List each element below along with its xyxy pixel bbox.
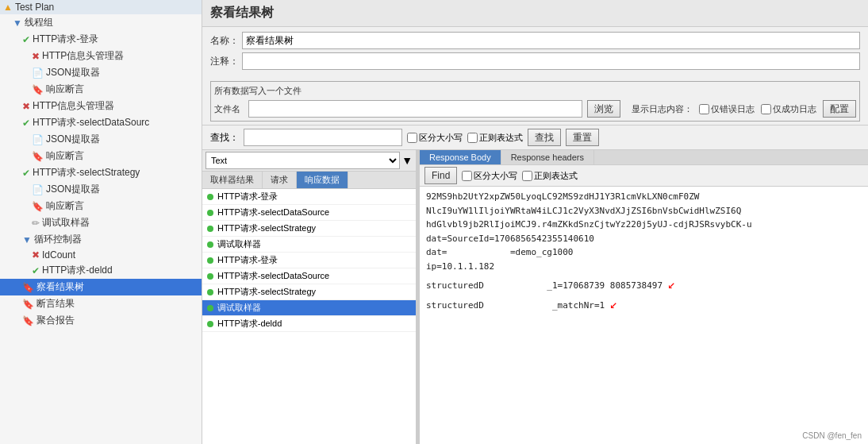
- status-dot: [207, 305, 213, 311]
- tab-sampler-result[interactable]: 取样器结果: [202, 172, 263, 188]
- list-item-item-3[interactable]: HTTP请求-selectStrategy: [202, 221, 416, 237]
- response-body: 92MS9hb2UtY2xpZW50LyoqLC92MS9zdHJ1Y3R1cm…: [420, 187, 868, 444]
- file-input[interactable]: [248, 100, 582, 118]
- list-item-item-4[interactable]: 调试取样器: [202, 237, 416, 253]
- reset-button[interactable]: 重置: [566, 129, 599, 146]
- sidebar-item-id-count[interactable]: ✖IdCount: [0, 248, 202, 262]
- case-sensitive-text: 区分大小写: [419, 132, 463, 144]
- file-label: 文件名: [214, 103, 240, 115]
- list-item-label: 调试取样器: [217, 302, 261, 314]
- sidebar-item-json-extractor-1[interactable]: 📄JSON提取器: [0, 64, 202, 81]
- list-item-item-6[interactable]: HTTP请求-selectDataSource: [202, 268, 416, 284]
- sidebar-item-http-info-mgr-2[interactable]: ✖HTTP信息头管理器: [0, 98, 202, 114]
- list-item-label: HTTP请求-selectDataSource: [217, 270, 329, 282]
- list-item-label: HTTP请求-登录: [217, 254, 278, 266]
- sidebar-item-label: 调试取样器: [42, 216, 90, 230]
- config-button[interactable]: 配置: [823, 100, 856, 118]
- list-item-item-1[interactable]: HTTP请求-登录: [202, 189, 416, 205]
- list-item-label: HTTP请求-deldd: [217, 318, 282, 330]
- find-button[interactable]: 查找: [528, 129, 561, 146]
- list-item-item-7[interactable]: HTTP请求-selectStrategy: [202, 284, 416, 300]
- regex-checkbox[interactable]: [467, 133, 478, 143]
- error-only-checkbox[interactable]: [699, 104, 709, 114]
- sidebar-item-assertion-result[interactable]: 🔖断言结果: [0, 295, 202, 312]
- name-label: 名称：: [210, 34, 242, 48]
- list-item-item-5[interactable]: HTTP请求-登录: [202, 253, 416, 268]
- sidebar-item-thread-group[interactable]: ▼线程组: [0, 14, 202, 31]
- resp-regex-checkbox[interactable]: [522, 171, 532, 181]
- sidebar-item-label: HTTP请求-selectStrategy: [33, 166, 140, 180]
- sidebar-item-http-select-strategy[interactable]: ✔HTTP请求-selectStrategy: [0, 164, 202, 181]
- browse-button[interactable]: 浏览: [587, 100, 620, 118]
- response-line: NlcI9uYW1lIljoiYWRtaW4iLCJ1c2VyX3NvdXJjZ…: [426, 204, 862, 218]
- right-tab-bar: Response Body Response headers: [420, 150, 868, 165]
- sidebar-item-response-assert-3[interactable]: 🔖响应断言: [0, 198, 202, 214]
- error-only-label: 仅错误日志: [711, 103, 755, 115]
- sidebar-item-label: HTTP请求-deldd: [42, 264, 113, 277]
- search-label: 查找：: [210, 131, 239, 145]
- response-toolbar: Find 区分大小写 正则表达式: [420, 165, 868, 187]
- dropdown-icon[interactable]: ▼: [401, 154, 413, 167]
- sidebar-item-label: 聚合报告: [36, 314, 75, 327]
- sidebar-item-loop-controller[interactable]: ▼循环控制器: [0, 231, 202, 248]
- sidebar-item-label: IdCount: [42, 249, 75, 261]
- resp-case-checkbox[interactable]: [462, 171, 472, 181]
- status-dot: [207, 289, 213, 295]
- name-input[interactable]: [242, 32, 860, 49]
- response-line: 92MS9hb2UtY2xpZW50LyoqLC92MS9zdHJ1Y3R1cm…: [426, 190, 862, 204]
- form-section: 名称： 注释：: [202, 27, 868, 78]
- sidebar-item-debug-sampler-1[interactable]: ✏调试取样器: [0, 214, 202, 231]
- sidebar-item-label: 响应断言: [46, 199, 84, 213]
- case-sensitive-label[interactable]: 区分大小写: [407, 132, 463, 144]
- success-only-label: 仅成功日志: [773, 103, 816, 115]
- sidebar-item-label: 线程组: [25, 16, 53, 29]
- case-sensitive-checkbox[interactable]: [407, 133, 417, 143]
- sidebar-item-http-select-ds[interactable]: ✔HTTP请求-selectDataSourc: [0, 114, 202, 131]
- error-only-checkbox-label[interactable]: 仅错误日志: [699, 103, 755, 115]
- response-line: structuredD _1=17068739 8085738497 ↙: [426, 274, 862, 295]
- tab-request[interactable]: 请求: [263, 172, 297, 188]
- success-only-checkbox-label[interactable]: 仅成功日志: [761, 103, 816, 115]
- file-section-title: 所有数据写入一个文件: [214, 85, 856, 97]
- list-item-item-9[interactable]: HTTP请求-deldd: [202, 316, 416, 332]
- tab-response-headers[interactable]: Response headers: [501, 150, 594, 164]
- type-select[interactable]: Text: [205, 152, 400, 169]
- list-item-item-8[interactable]: 调试取样器: [202, 300, 416, 316]
- sidebar-item-http-deldd[interactable]: ✔HTTP请求-deldd: [0, 262, 202, 279]
- tree-list: HTTP请求-登录 HTTP请求-selectDataSource HTTP请求…: [202, 189, 416, 444]
- left-panel: Text ▼ 取样器结果 请求 响应数据 HTTP请求-登录 HTTP请求-se…: [202, 150, 417, 444]
- sidebar-item-response-assert-2[interactable]: 🔖响应断言: [0, 148, 202, 164]
- sidebar-item-json-extractor-3[interactable]: 📄JSON提取器: [0, 181, 202, 198]
- comment-input[interactable]: [242, 52, 860, 70]
- sidebar-item-http-info-mgr-1[interactable]: ✖HTTP信息头管理器: [0, 48, 202, 64]
- tab-response-body[interactable]: Response Body: [420, 150, 501, 164]
- sidebar-item-test-plan[interactable]: ▲Test Plan: [0, 0, 202, 14]
- status-dot: [207, 226, 213, 232]
- sidebar-item-aggregate-report[interactable]: 🔖聚合报告: [0, 312, 202, 329]
- sidebar-item-label: JSON提取器: [46, 66, 100, 79]
- sidebar-item-label: 响应断言: [46, 149, 84, 163]
- resp-case-label[interactable]: 区分大小写: [462, 170, 517, 182]
- regex-label[interactable]: 正则表达式: [467, 132, 523, 144]
- status-dot: [207, 257, 213, 264]
- search-input[interactable]: [244, 129, 402, 146]
- sidebar-item-label: HTTP信息头管理器: [33, 99, 114, 113]
- sidebar-item-label: 响应断言: [46, 83, 84, 96]
- sidebar-item-response-assert-1[interactable]: 🔖响应断言: [0, 81, 202, 98]
- right-panel: Response Body Response headers Find 区分大小…: [420, 150, 868, 444]
- sidebar-item-http-login[interactable]: ✔HTTP请求-登录: [0, 31, 202, 48]
- regex-text: 正则表达式: [479, 132, 523, 144]
- tab-response-data[interactable]: 响应数据: [297, 172, 348, 188]
- sidebar-item-label: 循环控制器: [34, 233, 82, 246]
- resp-regex-label[interactable]: 正则表达式: [522, 170, 578, 182]
- sidebar-item-label: JSON提取器: [46, 133, 100, 146]
- list-item-item-2[interactable]: HTTP请求-selectDataSource: [202, 205, 416, 221]
- list-item-label: HTTP请求-selectStrategy: [217, 286, 316, 298]
- find-in-response-button[interactable]: Find: [424, 167, 457, 184]
- sidebar-item-json-extractor-2[interactable]: 📄JSON提取器: [0, 131, 202, 148]
- success-only-checkbox[interactable]: [761, 104, 771, 114]
- left-tab-bar: 取样器结果 请求 响应数据: [202, 172, 416, 189]
- sidebar-item-label: HTTP信息头管理器: [42, 49, 124, 63]
- sidebar-item-view-results-tree[interactable]: 🔖察看结果树: [0, 279, 202, 295]
- list-item-label: HTTP请求-登录: [217, 191, 278, 203]
